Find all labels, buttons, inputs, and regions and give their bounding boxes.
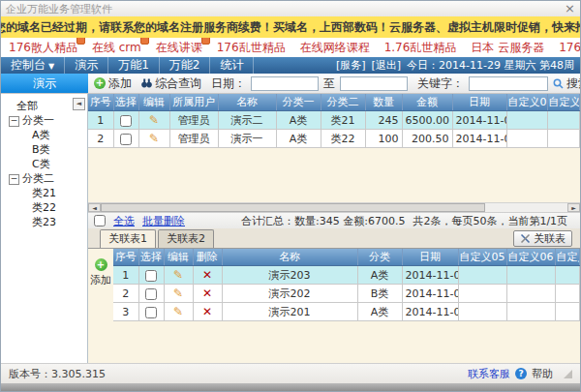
col-header[interactable]: 名称: [222, 249, 357, 266]
horizontal-scrollbar[interactable]: ◄ ►: [88, 202, 580, 212]
edit-icon[interactable]: ✎: [173, 268, 183, 282]
related-table-icon: [520, 233, 531, 244]
main-table: 序号 选择 编辑 所属用户 名称 分类一 分类二 数量 金额 日期 自定义06 …: [88, 94, 580, 148]
col-header[interactable]: 名称: [218, 94, 276, 111]
tree-item[interactable]: 类21: [1, 186, 87, 200]
col-header[interactable]: 分类: [357, 249, 402, 266]
tab-universal2[interactable]: 万能2: [160, 57, 211, 74]
collapse-node-icon[interactable]: −: [9, 174, 19, 185]
add-icon[interactable]: +: [95, 258, 107, 271]
col-header[interactable]: 自定义06: [506, 249, 555, 266]
col-header[interactable]: 分类二: [321, 94, 365, 111]
banner-text: 您的域名已经过期，请联系您的域名注册服务商续费！买域名，上西部数码！云服务器、虚…: [1, 19, 580, 36]
tree-group-1[interactable]: −分类一: [1, 113, 87, 128]
col-header[interactable]: 选择: [138, 249, 164, 266]
nav-link[interactable]: 在线 crm: [92, 40, 141, 56]
col-header[interactable]: 日期: [452, 94, 506, 111]
search-icon: [553, 78, 564, 89]
date-from-input[interactable]: [251, 76, 319, 91]
cell-num: 2: [88, 130, 113, 148]
col-header[interactable]: 日期: [402, 249, 458, 266]
edit-icon[interactable]: ✎: [149, 132, 159, 145]
tab-related-2[interactable]: 关联表2: [158, 229, 214, 248]
tree-group-2[interactable]: −分类二: [1, 171, 87, 186]
delete-icon[interactable]: ✕: [202, 305, 212, 318]
chevron-down-icon: ▼: [48, 62, 54, 71]
col-header[interactable]: 序号: [113, 249, 138, 266]
nav-link[interactable]: 176精品: [559, 40, 580, 56]
nav-link[interactable]: 在线讲课: [156, 40, 202, 56]
select-all-checkbox[interactable]: [94, 215, 106, 226]
edit-icon[interactable]: ✎: [149, 113, 159, 127]
tab-demo[interactable]: 演示: [65, 57, 108, 74]
pager-text: 共2条，每页50条，当前第1/1页: [413, 214, 567, 228]
table-row: 2 ✎ ✕ 演示202 B类 2014-11-03: [113, 285, 580, 303]
col-header[interactable]: 编辑: [138, 94, 169, 111]
search-button[interactable]: 搜索: [553, 75, 580, 92]
tree-item[interactable]: A类: [1, 128, 87, 142]
edit-icon[interactable]: ✎: [173, 305, 183, 318]
tab-related-1[interactable]: 关联表1: [100, 229, 156, 248]
col-header[interactable]: 自定义06: [506, 94, 547, 111]
col-header[interactable]: 数量: [365, 94, 402, 111]
row-checkbox[interactable]: [120, 115, 132, 127]
cell-custom06: [506, 266, 555, 285]
collapse-sidebar-button[interactable]: ◄: [73, 98, 85, 110]
scrollbar-thumb[interactable]: [101, 203, 485, 212]
session-info: [服务] [退出] 今日：2014-11-29 星期六 第48周: [336, 58, 580, 73]
main-grid-area: 序号 选择 编辑 所属用户 名称 分类一 分类二 数量 金额 日期 自定义06 …: [88, 94, 580, 212]
tab-statistics[interactable]: 统计: [210, 57, 254, 74]
tab-console[interactable]: 控制台▼: [1, 57, 65, 75]
help-icon[interactable]: ?: [515, 368, 527, 379]
tree-item[interactable]: C类: [1, 157, 87, 171]
col-header[interactable]: 编辑: [164, 249, 193, 266]
service-link[interactable]: [服务]: [336, 58, 366, 73]
collapse-node-icon[interactable]: −: [9, 116, 19, 127]
col-header[interactable]: 删除: [193, 249, 222, 266]
tab-universal1[interactable]: 万能1: [108, 57, 160, 74]
row-checkbox[interactable]: [145, 288, 157, 300]
delete-icon[interactable]: ✕: [202, 286, 212, 300]
edit-icon[interactable]: ✎: [173, 286, 183, 300]
select-all-link[interactable]: 全选: [113, 214, 135, 228]
keyword-input[interactable]: [469, 76, 548, 91]
scroll-left-icon[interactable]: ◄: [88, 203, 101, 212]
add-button[interactable]: +添加: [94, 75, 132, 92]
help-link[interactable]: 帮助: [532, 367, 553, 381]
row-checkbox[interactable]: [145, 270, 157, 282]
nav-link[interactable]: 176乱世精品: [217, 40, 286, 56]
contact-support-link[interactable]: 联系客服: [468, 367, 510, 381]
nav-link[interactable]: 日本 云服务器: [471, 40, 544, 56]
row-checkbox[interactable]: [145, 307, 157, 318]
logout-link[interactable]: [退出]: [371, 58, 401, 73]
batch-delete-link[interactable]: 批量删除: [142, 214, 185, 228]
cell-name: 演示202: [222, 285, 357, 303]
delete-icon[interactable]: ✕: [202, 268, 212, 282]
col-header[interactable]: 金额: [402, 94, 452, 111]
col-header[interactable]: 分类一: [276, 94, 321, 111]
col-header[interactable]: 所属用户: [169, 94, 218, 111]
col-header[interactable]: 自定义07: [547, 94, 580, 111]
grid-empty-space: [88, 148, 580, 202]
date-to-input[interactable]: [340, 76, 408, 91]
table-row: 3 ✎ ✕ 演示201 A类 2014-11-03: [113, 303, 580, 321]
related-table-button[interactable]: 关联表: [513, 230, 572, 247]
col-header[interactable]: 自定义07: [555, 249, 580, 266]
advanced-query-button[interactable]: 综合查询: [141, 75, 201, 92]
tree-item[interactable]: B类: [1, 142, 87, 157]
tree-item[interactable]: 类22: [1, 200, 87, 215]
scroll-right-icon[interactable]: ►: [567, 203, 580, 212]
resize-grip[interactable]: [564, 370, 572, 378]
tree-item[interactable]: 类23: [1, 215, 87, 229]
nav-link[interactable]: 在线网络课程: [300, 40, 370, 56]
related-add-label[interactable]: 添加: [90, 273, 111, 287]
col-header[interactable]: 自定义05: [458, 249, 506, 266]
row-checkbox[interactable]: [120, 134, 132, 145]
close-icon[interactable]: ×: [565, 3, 575, 15]
nav-link[interactable]: 176散人精品: [9, 40, 77, 56]
nav-link[interactable]: 1.76乱世精品: [384, 40, 457, 56]
col-header[interactable]: 选择: [113, 94, 138, 111]
col-header[interactable]: 序号: [88, 94, 113, 111]
cell-delete: ✕: [193, 303, 222, 321]
cell-name: 演示一: [218, 130, 276, 148]
